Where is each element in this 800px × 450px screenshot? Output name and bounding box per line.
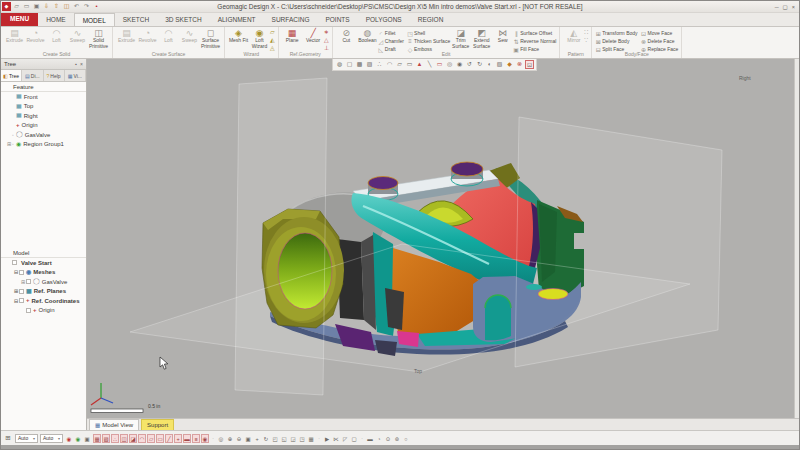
boolean-button[interactable]: ◍ Boolean bbox=[357, 28, 378, 44]
tab-alignment[interactable]: ALIGNMENT bbox=[210, 13, 264, 26]
mirror-button[interactable]: ◭ Mirror bbox=[563, 28, 584, 44]
tab-sketch[interactable]: SKETCH bbox=[115, 13, 157, 26]
sketch-wizard-icon[interactable]: ▱ bbox=[270, 29, 275, 36]
3d-scene[interactable] bbox=[87, 72, 794, 417]
ref-point-icon[interactable]: ∗ bbox=[324, 29, 329, 36]
region-toggle-icon[interactable]: ▨ bbox=[102, 434, 110, 443]
vector-toggle-icon[interactable]: ╱ bbox=[165, 434, 173, 443]
support-tab[interactable]: Support bbox=[141, 419, 174, 430]
revolve-surface-button[interactable]: ◔ Revolve bbox=[137, 28, 158, 49]
zoom-in-icon[interactable]: ⊕ bbox=[226, 434, 234, 443]
sphere-icon[interactable]: ○ bbox=[402, 434, 410, 443]
zoom-out-icon[interactable]: ⊖ bbox=[235, 434, 243, 443]
select-arrow-icon[interactable]: ▶ bbox=[323, 434, 331, 443]
zoom-fit-icon[interactable]: ◎ bbox=[217, 434, 225, 443]
sketch-display-icon[interactable]: ▱ bbox=[395, 60, 404, 69]
panel-tab-view[interactable]: ▦ Vi... bbox=[65, 70, 86, 81]
model-view-tab[interactable]: ▦ Model View bbox=[89, 419, 139, 430]
new-file-icon[interactable]: ▱ bbox=[12, 2, 21, 11]
redo-icon[interactable]: ↷ bbox=[82, 2, 91, 11]
annotation-toggle-icon[interactable]: ≡ bbox=[192, 434, 200, 443]
loft-wizard-button[interactable]: ◉ Loft Wizard bbox=[249, 28, 270, 49]
capture-screen-icon[interactable]: ◫ bbox=[62, 2, 71, 11]
body-toggle-icon[interactable]: ◫ bbox=[120, 434, 128, 443]
tab-polygons[interactable]: POLYGONS bbox=[358, 13, 410, 26]
visibility-checkbox[interactable] bbox=[26, 308, 31, 313]
circular-pattern-icon[interactable]: ∵ bbox=[584, 37, 588, 44]
tab-3d-sketch[interactable]: 3D SKETCH bbox=[157, 13, 209, 26]
body-display-icon[interactable]: ▢ bbox=[345, 60, 354, 69]
rectangle-select-icon[interactable]: ▭ bbox=[435, 60, 444, 69]
cut-button[interactable]: ⊘ Cut bbox=[336, 28, 357, 44]
visibility-checkbox[interactable] bbox=[19, 289, 24, 294]
undo-icon[interactable]: ↶ bbox=[72, 2, 81, 11]
panel-tab-display[interactable]: ▤ Di... bbox=[22, 70, 43, 81]
tree-item[interactable]: + Origin bbox=[1, 121, 86, 131]
mesh-toggle-icon[interactable]: ▦ bbox=[93, 434, 101, 443]
deselect-icon[interactable]: ⊗ bbox=[515, 60, 524, 69]
tree-item[interactable]: ⊞ ◦ ◉ Region Group1 bbox=[1, 140, 86, 150]
region-display-icon[interactable]: ▨ bbox=[365, 60, 374, 69]
tree-item[interactable]: ▦ Front bbox=[1, 92, 86, 102]
tree-item[interactable]: ⊞ ▦ Ref. Planes bbox=[1, 287, 86, 297]
protractor-icon[interactable]: ◔ bbox=[375, 434, 383, 443]
sweep-solid-button[interactable]: ∿ Sweep bbox=[67, 28, 88, 49]
record-icon[interactable]: ◉ bbox=[65, 434, 73, 443]
ref-polyline-icon[interactable]: △ bbox=[324, 37, 329, 44]
curve-display-icon[interactable]: ◠ bbox=[385, 60, 394, 69]
revolve-solid-button[interactable]: ◔ Revolve bbox=[25, 28, 46, 49]
snapshot-icon[interactable]: ▣ bbox=[83, 434, 91, 443]
export-icon[interactable]: ⇧ bbox=[52, 2, 61, 11]
tree-item[interactable]: ▦ Right bbox=[1, 111, 86, 121]
panel-close-icon[interactable]: × bbox=[80, 61, 83, 67]
selection-filter-icon[interactable]: ⊡ bbox=[525, 60, 534, 69]
tree-item[interactable]: ▦ Top bbox=[1, 102, 86, 112]
note-icon[interactable]: ⊚ bbox=[393, 434, 401, 443]
play-icon[interactable]: ◉ bbox=[74, 434, 82, 443]
loft-surface-button[interactable]: ◠ Loft bbox=[158, 28, 179, 49]
light-toggle-icon[interactable]: ◉ bbox=[201, 434, 209, 443]
view-manager-icon[interactable]: ▦ bbox=[307, 434, 315, 443]
tab-region[interactable]: REGION bbox=[410, 13, 452, 26]
surface-primitive-button[interactable]: ◻ Surface Primitive bbox=[200, 28, 221, 49]
flood-select-icon[interactable]: ▧ bbox=[495, 60, 504, 69]
tree-item[interactable]: ◦ ◯ GasValve bbox=[1, 130, 86, 140]
delete-body-button[interactable]: ⊠ Delete Body bbox=[595, 37, 637, 45]
visibility-checkbox[interactable] bbox=[19, 270, 24, 275]
units-select[interactable]: Auto ▾ bbox=[40, 434, 63, 443]
tree-item[interactable]: Valve Start bbox=[1, 258, 86, 268]
thicken-surface-button[interactable]: ≡ Thicken Surface bbox=[407, 37, 450, 45]
spin-right-icon[interactable]: ↻ bbox=[475, 60, 484, 69]
fit-view-icon[interactable]: ⊞ bbox=[3, 433, 13, 443]
tree-item[interactable]: ⊞ ◯ GasValve bbox=[1, 277, 86, 287]
side-view-icon[interactable]: ◳ bbox=[298, 434, 306, 443]
iso-view-icon[interactable]: ◱ bbox=[280, 434, 288, 443]
loft-solid-button[interactable]: ◠ Loft bbox=[46, 28, 67, 49]
collapsed-panel-strip[interactable] bbox=[794, 59, 799, 418]
import-icon[interactable]: ⇩ bbox=[42, 2, 51, 11]
rotate-view-icon[interactable]: ↻ bbox=[262, 434, 270, 443]
pointcloud-toggle-icon[interactable]: ∴ bbox=[111, 434, 119, 443]
extend-surface-button[interactable]: ◩ Extend Surface bbox=[471, 28, 492, 49]
visibility-checkbox[interactable] bbox=[12, 260, 17, 265]
multi-select-icon[interactable]: ⋉ bbox=[332, 434, 340, 443]
measure-toggle-icon[interactable]: ▬ bbox=[183, 434, 191, 443]
maximize-button[interactable]: ▢ bbox=[783, 4, 788, 10]
3d-viewport[interactable]: ◍ ▢ ▩ ▨ ∴ ◠ ▱ ▭ ▲ ╲ bbox=[87, 59, 799, 430]
lasso-select-icon[interactable]: ◸ bbox=[341, 434, 349, 443]
mesh-fit-button[interactable]: ◈ Mesh Fit bbox=[228, 28, 249, 49]
spin-left-icon[interactable]: ↺ bbox=[465, 60, 474, 69]
sew-button[interactable]: ⋈ Sew bbox=[492, 28, 513, 49]
filter-select-icon[interactable]: ▢ bbox=[350, 434, 358, 443]
circle-select-icon[interactable]: ◎ bbox=[445, 60, 454, 69]
app-logo[interactable]: ◆ bbox=[2, 2, 11, 11]
move-face-button[interactable]: ⊡ Move Face bbox=[641, 29, 679, 37]
extrude-wizard-icon[interactable]: ◭ bbox=[270, 37, 275, 44]
extrude-solid-button[interactable]: ▤ Extrude bbox=[4, 28, 25, 49]
linear-pattern-icon[interactable]: ∷ bbox=[584, 29, 588, 36]
ellipse-select-icon[interactable]: ◉ bbox=[455, 60, 464, 69]
minimize-button[interactable]: ─ bbox=[775, 4, 779, 10]
plane-toggle-icon[interactable]: ▭ bbox=[156, 434, 164, 443]
solid-primitive-button[interactable]: ◫ Solid Primitive bbox=[88, 28, 109, 49]
shell-button[interactable]: ◳ Shell bbox=[407, 29, 450, 37]
